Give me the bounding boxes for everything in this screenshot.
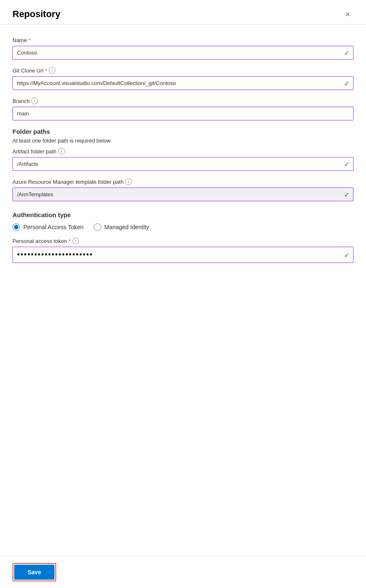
arm-template-folder-info-icon[interactable]: i: [125, 178, 132, 185]
git-clone-url-required: *: [45, 68, 47, 74]
auth-managed-label: Managed Identity: [105, 224, 149, 230]
git-clone-url-label-row: Git Clone Url * i: [12, 67, 354, 74]
repository-panel: Repository × Name * ✓ Git Clone Url * i: [0, 0, 366, 588]
artifact-folder-info-icon[interactable]: i: [58, 148, 65, 155]
name-input[interactable]: [12, 46, 354, 60]
branch-group: Branch i: [12, 98, 354, 120]
form-content: Name * ✓ Git Clone Url * i ✓ Branch: [0, 25, 366, 588]
auth-managed-option[interactable]: Managed Identity: [94, 223, 149, 231]
close-button[interactable]: ×: [342, 8, 354, 20]
auth-radio-group: Personal Access Token Managed Identity: [12, 223, 354, 231]
panel-footer: Save: [0, 556, 366, 588]
auth-pat-option[interactable]: Personal Access Token: [12, 223, 84, 231]
arm-template-folder-label-row: Azure Resource Manager template folder p…: [12, 178, 354, 185]
folder-paths-section: Folder paths At least one folder path is…: [12, 128, 354, 201]
branch-info-icon[interactable]: i: [31, 98, 38, 104]
name-label: Name: [12, 37, 27, 43]
personal-access-token-input-wrapper: ✓: [12, 247, 354, 263]
name-required: *: [29, 37, 31, 43]
branch-input-wrapper: [12, 107, 354, 120]
branch-input[interactable]: [12, 107, 354, 120]
folder-paths-title: Folder paths: [12, 128, 354, 135]
name-group: Name * ✓: [12, 37, 354, 60]
panel-header: Repository ×: [0, 0, 366, 25]
panel-title: Repository: [12, 9, 60, 20]
git-clone-url-label: Git Clone Url: [12, 68, 43, 74]
git-clone-url-info-icon[interactable]: i: [49, 67, 55, 74]
personal-access-token-label-row: Personal access token * i: [12, 238, 354, 244]
folder-paths-subtitle: At least one folder path is required bel…: [12, 138, 354, 144]
arm-template-folder-input-wrapper: ✓: [12, 188, 354, 201]
artifact-folder-label-row: Artifact folder path i: [12, 148, 354, 155]
arm-template-folder-group: Azure Resource Manager template folder p…: [12, 178, 354, 201]
name-input-wrapper: ✓: [12, 46, 354, 60]
branch-label: Branch: [12, 98, 30, 104]
arm-template-folder-label: Azure Resource Manager template folder p…: [12, 179, 124, 185]
personal-access-token-group: Personal access token * i ✓: [12, 238, 354, 263]
save-button[interactable]: Save: [14, 565, 55, 580]
git-clone-url-group: Git Clone Url * i ✓: [12, 67, 354, 90]
arm-template-folder-input[interactable]: [12, 188, 354, 201]
auth-managed-radio[interactable]: [94, 223, 101, 231]
personal-access-token-input[interactable]: [12, 247, 354, 263]
auth-type-section: Authentication type Personal Access Toke…: [12, 211, 354, 263]
auth-pat-label: Personal Access Token: [23, 224, 84, 230]
artifact-folder-label: Artifact folder path: [12, 148, 57, 155]
git-clone-url-input-wrapper: ✓: [12, 76, 354, 90]
personal-access-token-label: Personal access token: [12, 238, 67, 244]
git-clone-url-input[interactable]: [12, 76, 354, 90]
personal-access-token-required: *: [69, 238, 71, 244]
artifact-folder-input[interactable]: [12, 157, 354, 171]
artifact-folder-input-wrapper: ✓: [12, 157, 354, 171]
auth-type-title: Authentication type: [12, 211, 354, 218]
name-label-row: Name *: [12, 37, 354, 43]
branch-label-row: Branch i: [12, 98, 354, 104]
artifact-folder-group: Artifact folder path i ✓: [12, 148, 354, 171]
personal-access-token-info-icon[interactable]: i: [72, 238, 79, 244]
auth-pat-radio[interactable]: [12, 223, 20, 231]
save-button-wrapper: Save: [12, 563, 56, 581]
